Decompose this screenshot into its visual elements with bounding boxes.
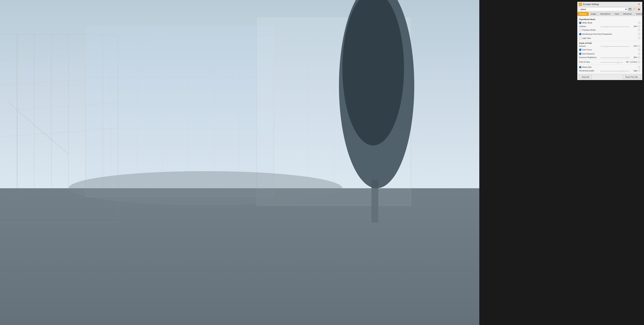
panel-content: PaperModel Mode White Mode i Outlines 20…: [578, 16, 642, 74]
amount-row: Amount 22% i: [579, 45, 640, 47]
light-view-info-icon[interactable]: i: [638, 37, 640, 39]
dof-header: Depth of Field: [579, 42, 640, 44]
viewport: 2.0: View: '[3D]' FLYMODE PRESS SPACE TO…: [0, 0, 479, 325]
outlines-slider[interactable]: [600, 26, 630, 27]
panel-titlebar: E Enscape Settings ✕: [578, 2, 642, 7]
outlines-label: Outlines: [579, 25, 600, 28]
rendering-quality-label: Rendering Quality: [579, 70, 600, 72]
amount-label: Amount: [579, 45, 600, 47]
rendering-quality-value: High: [630, 70, 637, 72]
panel-close-button[interactable]: ✕: [637, 2, 641, 6]
outlines-row: Outlines 20% i: [579, 25, 640, 28]
tab-image[interactable]: Image: [589, 12, 598, 16]
preset-dropdown[interactable]: default: [579, 7, 628, 11]
motion-blur-label[interactable]: Motion Blur: [579, 66, 638, 68]
auto-exposure-row: Auto Exposure i: [579, 52, 640, 56]
auto-focus-info-icon[interactable]: i: [638, 48, 640, 51]
divider-2: [579, 60, 640, 60]
svg-rect-38: [0, 188, 479, 325]
enscape-logo-icon: E: [579, 3, 582, 6]
panel-toolbar: default 💾 📂 📤: [578, 7, 642, 12]
reset-all-button[interactable]: Reset All: [579, 75, 592, 79]
amount-slider-wrap: [600, 45, 630, 47]
panel-title-left: E Enscape Settings: [579, 3, 599, 6]
fov-info-icon[interactable]: i: [638, 61, 640, 63]
load-preset-button[interactable]: 📂: [632, 7, 636, 11]
export-preset-button[interactable]: 📤: [637, 7, 641, 11]
amount-value: 22%: [630, 45, 637, 47]
save-preset-button[interactable]: 💾: [628, 7, 632, 11]
exposure-brightness-value: 96%: [630, 56, 637, 58]
panel-title-text: Enscape Settings: [583, 3, 599, 6]
white-mode-info-icon[interactable]: i: [638, 22, 640, 24]
auto-exposure-info-icon[interactable]: i: [638, 52, 640, 55]
fov-label: Field of View: [579, 61, 600, 63]
tab-atmosphere[interactable]: Atmosphere: [598, 12, 613, 16]
fov-row: Field of View 96° / 12.5mm i: [579, 61, 640, 63]
motion-blur-checkbox[interactable]: [579, 66, 581, 68]
motion-blur-info-icon[interactable]: i: [638, 66, 640, 68]
fov-slider[interactable]: [600, 62, 623, 63]
arch-two-point-info-icon[interactable]: i: [638, 33, 640, 35]
amount-slider[interactable]: [600, 46, 630, 47]
light-view-checkbox[interactable]: [579, 37, 581, 39]
white-mode-label[interactable]: White Mode: [579, 22, 638, 24]
light-view-row: Light View i: [579, 36, 640, 40]
outlines-slider-wrap: [600, 25, 630, 28]
papermodel-header: PaperModel Mode: [579, 18, 640, 20]
exposure-brightness-label: Exposure Brightness: [579, 56, 600, 58]
auto-focus-label[interactable]: Auto Focus: [579, 48, 638, 51]
amount-info-icon[interactable]: i: [638, 45, 640, 47]
exposure-brightness-slider[interactable]: [600, 58, 630, 58]
auto-focus-checkbox[interactable]: [579, 48, 581, 51]
panel-footer: Reset All Reset This Tab: [578, 74, 642, 80]
white-mode-checkbox[interactable]: [579, 22, 581, 24]
auto-focus-row: Auto Focus i: [579, 48, 640, 51]
outlines-value: 20%: [630, 25, 637, 28]
exposure-brightness-info-icon[interactable]: i: [638, 56, 640, 58]
svg-point-39: [68, 171, 342, 205]
fov-value: 96° / 12.5mm: [624, 61, 637, 63]
reset-tab-button[interactable]: Reset This Tab: [623, 75, 640, 79]
white-mode-row: White Mode i: [579, 21, 640, 24]
polystyrol-label[interactable]: Polystyrol Mode: [579, 29, 638, 31]
auto-exposure-label[interactable]: Auto Exposure: [579, 53, 638, 55]
exposure-brightness-row: Exposure Brightness 96% i: [579, 56, 640, 58]
settings-panel: E Enscape Settings ✕ default 💾 📂 📤 Gener…: [577, 2, 642, 80]
polystyrol-row: Polystyrol Mode i: [579, 28, 640, 32]
fov-slider-wrap: [600, 61, 623, 63]
tab-input[interactable]: Input: [613, 12, 621, 16]
rendering-quality-row: Rendering Quality High i: [579, 70, 640, 72]
polystyrol-info-icon[interactable]: i: [638, 29, 640, 31]
rendering-quality-slider[interactable]: [600, 71, 630, 71]
arch-two-point-label[interactable]: Architectural Two-Point Perspective: [579, 33, 638, 35]
rendering-quality-info-icon[interactable]: i: [638, 70, 640, 72]
light-view-label[interactable]: Light View: [579, 37, 638, 39]
tab-capture[interactable]: Capture: [634, 12, 644, 16]
auto-exposure-checkbox[interactable]: [579, 53, 581, 55]
tab-advanced[interactable]: Advanced: [621, 12, 634, 16]
exposure-brightness-slider-wrap: [600, 56, 630, 58]
motion-blur-row: Motion Blur i: [579, 66, 640, 69]
arch-two-point-row: Architectural Two-Point Perspective i: [579, 32, 640, 36]
tab-general[interactable]: General: [578, 12, 589, 16]
tab-bar: General Image Atmosphere Input Advanced …: [578, 12, 642, 16]
scene-svg: [0, 0, 479, 325]
arch-two-point-checkbox[interactable]: [579, 33, 581, 35]
polystyrol-checkbox[interactable]: [579, 29, 581, 31]
rendering-quality-slider-wrap: [600, 70, 630, 72]
outlines-info-icon[interactable]: i: [638, 25, 640, 28]
